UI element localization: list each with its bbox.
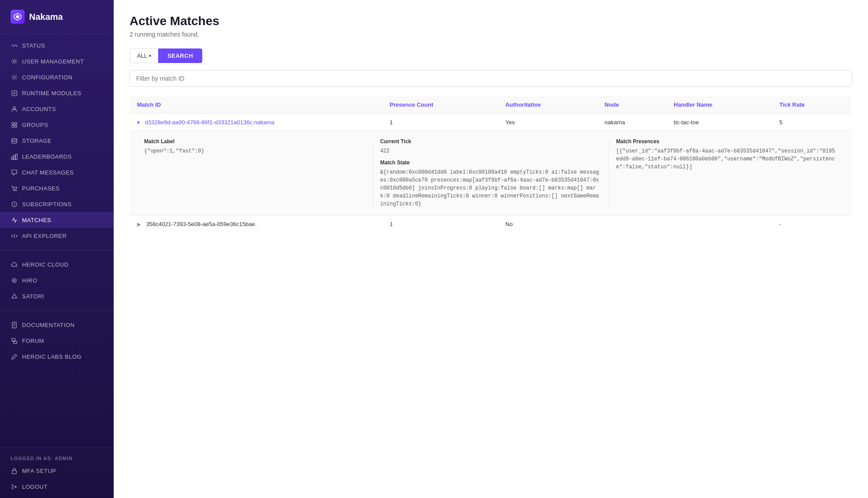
match-id-value: d3328e9d-aa90-4766-86f1-d33321a0136c.nak… [145, 119, 274, 126]
table-row-expanded: Match Label {"open":1,"fast":0} Current … [130, 131, 852, 216]
presence-count-cell: 1 [382, 216, 498, 233]
sidebar-item-label: FORUM [22, 338, 44, 344]
chevron-right-icon[interactable]: ▶ [137, 221, 141, 227]
sidebar-item-label: HIRO [22, 277, 37, 284]
match-presences-col: Match Presences [{"user_id":"aaf3f8bf-af… [609, 138, 845, 208]
filter-input[interactable] [130, 70, 852, 87]
sidebar-item-storage[interactable]: STORAGE [0, 133, 114, 149]
main-content: Active Matches 2 running matches found. … [114, 0, 868, 498]
svg-rect-12 [13, 155, 15, 159]
person-icon [11, 105, 18, 112]
svg-marker-19 [11, 294, 16, 297]
chevron-down-icon[interactable]: ▾ [137, 119, 140, 126]
match-label-heading: Match Label [144, 138, 366, 145]
sidebar-item-leaderboards[interactable]: LEADERBOARDS [0, 149, 114, 164]
sidebar-item-mfa-setup[interactable]: MFA SETUP [0, 463, 114, 479]
divider-heroic [0, 250, 114, 250]
gear-icon [11, 58, 18, 65]
match-label-col: Match Label {"open":1,"fast":0} [137, 138, 373, 208]
svg-point-5 [13, 106, 15, 109]
match-label-value: {"open":1,"fast":0} [144, 147, 366, 155]
sidebar: Nakama STATUS USER MANAGEMENT [0, 0, 114, 498]
col-authoritative: Authoritative [498, 96, 597, 114]
main-nav: STATUS USER MANAGEMENT CONFIGURATION [0, 34, 114, 247]
search-button[interactable]: SEARCH [158, 48, 202, 63]
sidebar-item-label: ACCOUNTS [22, 106, 56, 112]
sidebar-item-runtime-modules[interactable]: RUNTIME MODULES [0, 85, 114, 101]
sidebar-item-heroic-labs-blog[interactable]: HEROIC LABS BLOG [0, 349, 114, 364]
sidebar-item-matches[interactable]: MATCHES [0, 212, 114, 228]
sidebar-item-api-explorer[interactable]: API EXPLORER [0, 228, 114, 244]
forum-icon [11, 337, 18, 344]
svg-rect-7 [15, 122, 17, 124]
svg-point-15 [15, 190, 16, 191]
all-filter-button[interactable]: ALL [130, 48, 158, 63]
tick-rate-cell: - [772, 216, 852, 233]
handler-name-cell: tic-tac-toe [667, 114, 772, 131]
subscriptions-icon [11, 201, 18, 208]
handler-name-cell [667, 216, 772, 233]
storage-icon [11, 137, 18, 144]
match-id-cell: ▾ d3328e9d-aa90-4766-86f1-d33321a0136c.n… [130, 114, 383, 131]
sidebar-logo[interactable]: Nakama [0, 0, 114, 34]
matches-icon [11, 216, 18, 223]
sidebar-item-label: STORAGE [22, 138, 52, 144]
sidebar-bottom: LOGGED IN AS: ADMIN MFA SETUP LOGOUT [0, 447, 114, 498]
match-state-value: &{random:0xc000d41dd0 label:0xc00108a410… [380, 168, 602, 208]
table-row[interactable]: ▶ 358c4021-7393-5e08-ae5a-059e36c15bae. … [130, 216, 852, 233]
sidebar-item-label: LOGOUT [22, 483, 48, 490]
sidebar-item-label: GROUPS [22, 122, 48, 128]
sidebar-item-label: USER MANAGEMENT [22, 58, 84, 65]
sidebar-item-logout[interactable]: LOGOUT [0, 479, 114, 494]
svg-point-3 [13, 76, 15, 78]
match-presences-value: [{"user_id":"aaf3f8bf-af6a-4aac-ad7e-b83… [616, 147, 838, 171]
match-tick-col: Current Tick 422 Match State &{random:0x… [373, 138, 609, 208]
sidebar-item-label: API EXPLORER [22, 233, 67, 239]
sidebar-item-hiro[interactable]: HIRO [0, 272, 114, 288]
authoritative-cell: Yes [498, 114, 597, 131]
svg-point-10 [11, 138, 16, 140]
tick-rate-cell: 5 [772, 114, 852, 131]
sidebar-item-documentation[interactable]: DOCUMENTATION [0, 317, 114, 333]
app-name: Nakama [29, 12, 63, 22]
settings-icon [11, 74, 18, 81]
sidebar-item-label: MFA SETUP [22, 468, 56, 474]
col-node: Node [597, 96, 667, 114]
svg-rect-11 [11, 157, 13, 160]
match-state-heading: Match State [380, 160, 602, 166]
toolbar: ALL SEARCH [130, 48, 852, 63]
sidebar-item-user-management[interactable]: USER MANAGEMENT [0, 53, 114, 69]
purchases-icon [11, 185, 18, 192]
sidebar-item-status[interactable]: STATUS [0, 37, 114, 53]
sidebar-item-configuration[interactable]: CONFIGURATION [0, 69, 114, 85]
doc-icon [11, 321, 18, 328]
sidebar-item-groups[interactable]: GROUPS [0, 117, 114, 133]
mfa-icon [11, 467, 18, 474]
sidebar-item-purchases[interactable]: PURCHASES [0, 180, 114, 196]
col-tick-rate: Tick Rate [772, 96, 852, 114]
table-row[interactable]: ▾ d3328e9d-aa90-4766-86f1-d33321a0136c.n… [130, 114, 852, 131]
sidebar-item-subscriptions[interactable]: SUBSCRIPTIONS [0, 196, 114, 212]
sidebar-item-forum[interactable]: FORUM [0, 333, 114, 349]
page-title: Active Matches [130, 14, 852, 28]
svg-point-14 [13, 190, 14, 191]
sidebar-item-heroic-cloud[interactable]: HEROIC CLOUD [0, 256, 114, 272]
svg-rect-13 [15, 154, 17, 159]
sidebar-item-chat-messages[interactable]: CHAT MESSAGES [0, 164, 114, 180]
hiro-icon [11, 277, 18, 284]
svg-rect-9 [15, 125, 17, 127]
sidebar-item-accounts[interactable]: ACCOUNTS [0, 101, 114, 117]
expanded-details: Match Label {"open":1,"fast":0} Current … [130, 131, 852, 216]
sidebar-item-label: DOCUMENTATION [22, 322, 74, 328]
sidebar-item-satori[interactable]: SATORI [0, 288, 114, 304]
svg-rect-8 [11, 125, 14, 127]
api-icon [11, 232, 18, 239]
logo-icon [11, 10, 25, 24]
svg-rect-6 [11, 122, 14, 124]
divider-external [0, 310, 114, 311]
svg-point-18 [13, 279, 15, 281]
sidebar-item-label: LEADERBOARDS [22, 153, 72, 160]
matches-table: Match ID Presence Count Authoritative No… [130, 96, 852, 233]
sidebar-item-label: STATUS [22, 42, 45, 49]
sidebar-item-label: MATCHES [22, 217, 51, 223]
